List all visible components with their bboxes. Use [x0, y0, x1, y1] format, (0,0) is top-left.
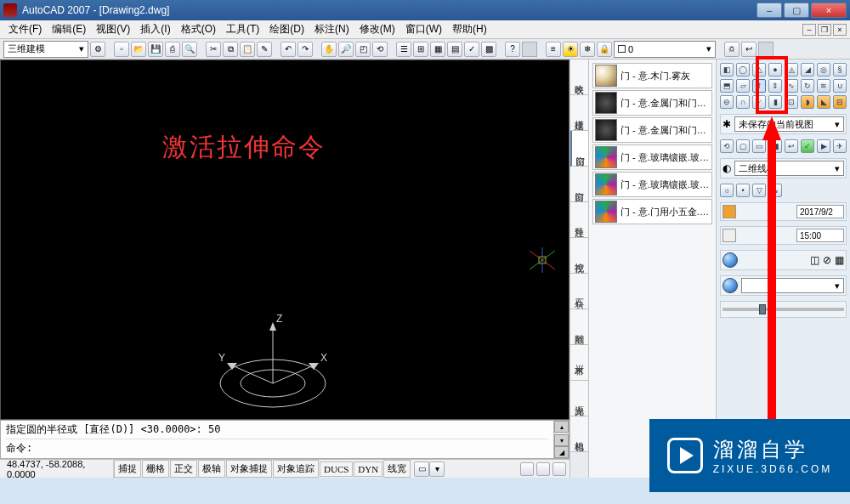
subtract-icon[interactable]: ⊖ [720, 95, 734, 109]
menu-file[interactable]: 文件(F) [3, 20, 47, 38]
menu-edit[interactable]: 编辑(E) [47, 20, 91, 38]
globe-icon[interactable] [722, 252, 738, 268]
pan-icon[interactable]: ✋ [321, 42, 337, 57]
view-prev-icon[interactable]: ↩ [785, 139, 798, 153]
print-icon[interactable]: ⎙ [165, 42, 180, 57]
grid-toggle[interactable]: 栅格 [142, 460, 169, 478]
workspace-select[interactable]: 三维建模 ▾ [3, 41, 88, 58]
loft-icon[interactable]: ≋ [817, 79, 830, 93]
palette-item[interactable]: 门 - 意.金属门和门框… [592, 117, 712, 143]
box-icon[interactable]: ◧ [720, 63, 734, 76]
layer-select[interactable]: 0 ▾ [614, 41, 716, 58]
document-close-button[interactable]: × [833, 24, 847, 36]
undo-icon[interactable]: ↶ [280, 42, 296, 57]
cylinder-icon[interactable]: ◯ [736, 63, 750, 76]
material-map-icon[interactable]: ▦ [835, 254, 844, 266]
save-icon[interactable]: 💾 [148, 42, 163, 57]
window-close-button[interactable]: × [811, 3, 847, 18]
slider-thumb[interactable] [759, 304, 766, 314]
cone-icon[interactable]: △ [752, 63, 766, 76]
match-prop-icon[interactable]: ✎ [257, 42, 272, 57]
thicken-icon[interactable]: ▮ [768, 95, 782, 109]
union-icon[interactable]: ∪ [833, 79, 847, 93]
model-paper-toggle[interactable]: ▭ [414, 462, 429, 477]
paste-icon[interactable]: 📋 [240, 42, 255, 57]
palette-tab[interactable]: 木材… [570, 345, 588, 381]
ortho-toggle[interactable]: 正交 [170, 460, 197, 478]
intersect-icon[interactable]: ∩ [736, 95, 750, 109]
sheet-set-icon[interactable]: ▤ [447, 42, 462, 57]
menu-help[interactable]: 帮助(H) [447, 20, 492, 38]
resize-grip-icon[interactable]: ◢ [554, 446, 569, 458]
fillet-edge-icon[interactable]: ◗ [801, 95, 814, 109]
menu-dimension[interactable]: 标注(N) [309, 20, 354, 38]
palette-item[interactable]: 门 - 意.门用小五金.铬… [592, 199, 712, 224]
helix-icon[interactable]: § [833, 63, 847, 76]
comm-center-icon[interactable] [520, 462, 534, 476]
planar-icon[interactable]: ▱ [736, 79, 750, 93]
time-input[interactable] [796, 229, 844, 242]
view-select[interactable]: 未保存的当前视图 ▾ [734, 116, 844, 132]
dyn-toggle[interactable]: DYN [354, 462, 382, 477]
snap-toggle[interactable]: 捕捉 [114, 460, 141, 478]
layer-props-icon[interactable]: ≡ [546, 42, 561, 57]
document-minimize-button[interactable]: – [802, 24, 816, 36]
visual-style-select[interactable]: 二维线框 ▾ [734, 161, 844, 176]
material-remove-icon[interactable]: ⊘ [823, 254, 831, 266]
document-restore-button[interactable]: ❐ [818, 24, 831, 36]
menu-modify[interactable]: 修改(M) [354, 20, 400, 38]
camera-icon[interactable]: ✓ [801, 139, 814, 153]
palette-tab[interactable]: 建模 [570, 95, 588, 131]
menu-tools[interactable]: 工具(T) [221, 20, 264, 38]
command-scrollbar[interactable]: ▴ ▾ ◢ [553, 421, 569, 458]
plot-preview-icon[interactable]: 🔍 [182, 42, 197, 57]
palette-item[interactable]: 门 - 意.金属门和门框… [592, 90, 712, 116]
otrack-toggle[interactable]: 对象追踪 [273, 460, 319, 478]
toolbar-grip[interactable] [758, 42, 774, 57]
menu-format[interactable]: 格式(O) [176, 20, 221, 38]
palette-tab[interactable]: 光源 [570, 381, 588, 416]
zoom-realtime-icon[interactable]: 🔎 [338, 42, 354, 57]
pyramid-icon[interactable]: ◬ [785, 63, 798, 76]
wedge-icon[interactable]: ◢ [801, 63, 814, 76]
menu-view[interactable]: 视图(V) [91, 20, 135, 38]
date-input[interactable] [796, 205, 844, 218]
view-iso-icon[interactable]: ◨ [768, 139, 782, 153]
status-more-icon[interactable]: ▾ [429, 462, 445, 477]
scroll-down-icon[interactable]: ▾ [554, 434, 569, 446]
open-icon[interactable]: 📂 [131, 42, 146, 57]
fly-icon[interactable]: ✈ [833, 139, 847, 153]
palette-tab[interactable]: 雕刻 [570, 309, 588, 345]
layer-states-icon[interactable]: ⛭ [724, 42, 740, 57]
lock-icon[interactable]: 🔒 [597, 42, 612, 57]
3dorbit-icon[interactable]: ⟲ [720, 139, 734, 153]
menu-window[interactable]: 窗口(W) [400, 20, 447, 38]
drawing-viewport[interactable]: 激活拉伸命令 Z X Y [0, 59, 570, 420]
globe-icon[interactable] [722, 278, 738, 293]
revolve-icon[interactable]: ↻ [801, 79, 814, 93]
sphere-icon[interactable]: ● [768, 63, 782, 76]
scroll-up-icon[interactable]: ▴ [554, 421, 569, 433]
palette-tab[interactable]: 注释 [570, 202, 588, 238]
cut-icon[interactable]: ✂ [206, 42, 221, 57]
palette-tab[interactable]: 块石 [570, 274, 588, 309]
light-icon[interactable]: ☼ [720, 184, 734, 197]
zoom-previous-icon[interactable]: ⟲ [372, 42, 388, 57]
palette-item[interactable]: 门 - 意.玻璃镶嵌.玻璃… [592, 144, 712, 170]
copy-icon[interactable]: ⧉ [223, 42, 238, 57]
render-preset-select[interactable]: ▾ [741, 278, 844, 293]
redo-icon[interactable]: ↷ [298, 42, 313, 57]
command-line[interactable]: 指定圆的半径或 [直径(D)] <30.0000>: 50 命令: ▴ ▾ ◢ [0, 420, 570, 459]
calc-icon[interactable]: ▩ [481, 42, 496, 57]
distant-light-icon[interactable]: ⇘ [768, 184, 782, 197]
separate-icon[interactable]: ⊟ [833, 95, 847, 109]
palette-tab[interactable]: 门窗 [570, 167, 588, 202]
view-top-icon[interactable]: ▢ [736, 139, 750, 153]
layer-prev-icon[interactable]: ↩ [741, 42, 756, 57]
ducs-toggle[interactable]: DUCS [320, 462, 353, 477]
slice-icon[interactable]: ⟋ [752, 95, 766, 109]
sun-icon[interactable]: ☀ [563, 42, 578, 57]
window-minimize-button[interactable]: – [756, 3, 782, 18]
presspull-icon[interactable]: ⇕ [768, 79, 782, 93]
menu-draw[interactable]: 绘图(D) [264, 20, 309, 38]
